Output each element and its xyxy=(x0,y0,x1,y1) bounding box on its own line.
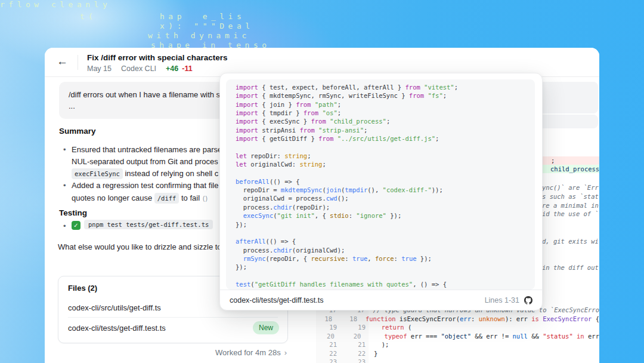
new-file-badge: New xyxy=(253,321,279,334)
bullet-icon: • xyxy=(63,181,66,190)
old-line-number: 20 xyxy=(301,332,335,341)
code-line: }); xyxy=(236,220,535,229)
file-row[interactable]: codex-cli/tests/get-diff.test.ts xyxy=(68,324,166,333)
code-line: import { join } from "path"; xyxy=(236,100,535,109)
old-line-number: 21 xyxy=(301,340,337,349)
code-line: let originalCwd: string; xyxy=(236,160,535,168)
task-date: May 15 xyxy=(87,64,112,73)
background-code-text: x): """Deal xyxy=(160,21,254,30)
summary-bullet-1-line-3-text: instead of relying on shell c xyxy=(123,169,218,178)
popup-lines-label: Lines 1-31 xyxy=(485,296,519,304)
task-meta: May 15 Codex CLI +46 -11 xyxy=(87,64,193,73)
summary-heading: Summary xyxy=(59,127,96,136)
new-line-number: 18 xyxy=(332,315,357,324)
diff-row: 2323 xyxy=(301,358,599,363)
code-line: import { test, expect, beforeAll, afterA… xyxy=(236,83,535,91)
summary-bullet-1-line-1: Ensured that untracked filenames are par… xyxy=(72,145,222,155)
inline-code-chip: execFileSync xyxy=(72,168,123,179)
page-title: Fix /diff error with special characters xyxy=(87,53,228,62)
code-line: test("getGitDiff handles filenames with … xyxy=(236,280,535,288)
code-line: process.chdir(originalCwd); xyxy=(236,246,535,254)
code-line: import { tmpdir } from "os"; xyxy=(236,109,535,117)
popup-code-area[interactable]: import { test, expect, beforeAll, afterA… xyxy=(226,79,535,290)
diff-code-text: ); xyxy=(366,340,389,349)
code-line: rmSync(repoDir, { recursive: true, force… xyxy=(236,254,535,263)
code-line: import { execSync } from "child_process"… xyxy=(236,117,535,125)
back-button[interactable]: ← xyxy=(57,55,68,68)
new-line-number: 22 xyxy=(337,349,366,358)
inline-code-chip: /diff xyxy=(154,193,179,204)
old-line-number: 22 xyxy=(301,349,337,358)
diff-code-rows: 1717// type guard that narrows an unknow… xyxy=(301,306,599,363)
code-line: process.chdir(repoDir); xyxy=(236,203,535,211)
task-source: Codex CLI xyxy=(121,64,156,73)
background-code-text: with dynamic xyxy=(148,31,250,40)
diff-row: 2222} xyxy=(301,349,599,358)
diff-row: 2121 ); xyxy=(301,340,599,349)
code-line: repoDir = mkdtempSync(join(tmpdir(), "co… xyxy=(236,186,535,194)
diff-row: 1818function isExecSyncError(err: unknow… xyxy=(301,315,599,324)
github-icon[interactable] xyxy=(524,296,532,304)
background-code-text: rflow cleanly xyxy=(0,0,111,9)
summary-bullet-2-line-2: quotes no longer cause /diff to fail() xyxy=(72,193,208,204)
diff-comment-fragment: s such as `stat xyxy=(542,193,599,200)
summary-bullet-2-text-pre: quotes no longer cause xyxy=(72,193,154,202)
diff-code-text: typeof err === "object" && err != null &… xyxy=(361,332,599,341)
test-command-chip[interactable]: pnpm test tests/get-diff.test.ts xyxy=(84,220,213,229)
worked-for-label: Worked for 4m 28s xyxy=(215,348,281,357)
diff-comment-fragment: ync()` are `Err xyxy=(542,184,599,191)
old-line-number: 23 xyxy=(301,358,337,363)
test-passed-icon: ✓ xyxy=(72,221,80,230)
summary-bullet-1-line-2: NUL-separated output from Git and proces xyxy=(72,157,218,167)
code-line: execSync("git init", { stdio: "ignore" }… xyxy=(236,211,535,220)
screen: t( hap e_lisx): """Dealwith dynamicshape… xyxy=(0,0,644,363)
summary-bullet-1-line-3: execFileSync instead of relying on shell… xyxy=(72,168,218,179)
old-line-number: 18 xyxy=(301,315,332,324)
citation-icon[interactable]: () xyxy=(203,195,208,202)
header-divider xyxy=(78,55,78,70)
code-line: let repoDir: string; xyxy=(236,152,535,160)
code-line xyxy=(236,229,535,237)
diff-comment-fragment: re a minimal in xyxy=(542,202,599,209)
additions-count: +46 xyxy=(166,64,178,73)
bullet-icon: • xyxy=(63,222,66,230)
diff-comment-fragment: d, git exits wi xyxy=(542,238,599,245)
code-line: import stripAnsi from "strip-ansi"; xyxy=(236,126,535,134)
diff-code-text: return ( xyxy=(366,323,411,332)
code-preview-popup: import { test, expect, beforeAll, afterA… xyxy=(219,73,543,310)
diff-comment-fragment: id the use of ` xyxy=(542,210,599,217)
new-line-number: 20 xyxy=(335,332,361,341)
chevron-right-icon: › xyxy=(284,348,287,357)
code-line xyxy=(236,143,535,151)
new-line-number: 23 xyxy=(337,358,366,363)
code-line: import { mkdtempSync, rmSync, writeFileS… xyxy=(236,91,535,100)
code-line: beforeAll(() => { xyxy=(236,177,535,186)
diff-row: 1919 return ( xyxy=(301,323,599,332)
popup-filename: codex-cli/tests/get-diff.test.ts xyxy=(230,296,485,304)
code-line: originalCwd = process.cwd(); xyxy=(236,194,535,202)
diff-row: 2020 typeof err === "object" && err != n… xyxy=(301,332,599,341)
new-line-number: 19 xyxy=(337,323,366,332)
code-line: }); xyxy=(236,263,535,271)
background-code-text: hap e_lis xyxy=(160,12,245,21)
followup-text: What else would you like to drizzle and … xyxy=(58,242,222,251)
popup-footer: codex-cli/tests/get-diff.test.ts Lines 1… xyxy=(220,290,542,310)
diff-code-text: function isExecSyncError(err: unknown): … xyxy=(357,315,599,324)
code-line: import { getGitDiff } from "../src/utils… xyxy=(236,134,535,143)
code-line: afterAll(() => { xyxy=(236,237,535,245)
old-line-number: 19 xyxy=(301,323,337,332)
code-line xyxy=(236,272,535,280)
deletions-count: -11 xyxy=(182,64,192,73)
code-line xyxy=(236,168,535,177)
background-code-fragment: t( xyxy=(80,12,97,21)
diff-code-text xyxy=(366,358,374,363)
diff-comment-fragment: in the diff out xyxy=(542,264,599,271)
testing-heading: Testing xyxy=(59,208,87,217)
diff-code-text: } xyxy=(366,349,377,358)
summary-bullet-2-text-post: to fail xyxy=(179,193,200,202)
summary-bullet-2-line-1: Added a regression test confirming that … xyxy=(72,181,218,190)
worked-for-link[interactable]: Worked for 4m 28s› xyxy=(58,348,287,357)
new-line-number: 21 xyxy=(337,340,366,349)
bullet-icon: • xyxy=(63,145,66,154)
file-row[interactable]: codex-cli/src/utils/get-diff.ts xyxy=(68,303,161,312)
